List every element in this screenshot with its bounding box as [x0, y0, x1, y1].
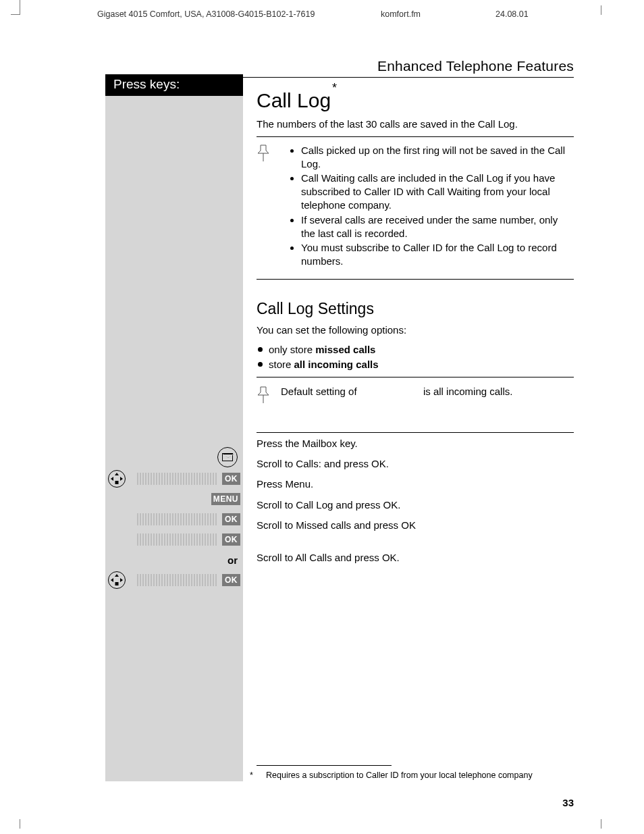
- tip-item: If several calls are received under the …: [301, 213, 574, 240]
- mailbox-key-icon: [217, 447, 238, 467]
- option-item: store all incoming calls: [257, 357, 574, 373]
- tip-item: Calls picked up on the first ring will n…: [301, 144, 574, 171]
- tip-box: Calls picked up on the first ring will n…: [257, 141, 574, 275]
- heading-call-log: Call Log*: [257, 89, 574, 112]
- step-text: Press the Mailbox key.: [257, 437, 574, 450]
- doc-center: komfort.fm: [381, 9, 495, 19]
- option-item: only store missed calls: [257, 342, 574, 358]
- sidebar-title: Press keys:: [105, 74, 243, 96]
- section-title: Enhanced Telephone Features: [377, 58, 574, 74]
- footnote: * Requires a subscription to Caller ID f…: [250, 770, 574, 781]
- page-number: 33: [562, 797, 574, 808]
- key-row: OK: [105, 510, 240, 529]
- tip-box: Default setting of is all incoming calls…: [257, 382, 574, 428]
- nav-key-icon: [108, 470, 126, 488]
- h1-asterisk: *: [332, 81, 337, 95]
- ok-softkey: OK: [222, 473, 240, 485]
- crop-mark: [11, 5, 20, 15]
- ok-softkey: OK: [222, 513, 240, 525]
- footnote-marker: *: [250, 770, 257, 781]
- step-text: Scroll to Calls: and press OK.: [257, 457, 574, 471]
- ok-softkey: OK: [222, 574, 240, 586]
- crop-mark: [601, 5, 610, 15]
- menu-softkey: MENU: [211, 493, 240, 505]
- key-row: OK: [105, 530, 240, 549]
- nav-key-icon: [108, 571, 126, 589]
- ok-softkey: OK: [222, 533, 240, 546]
- step-text: Press Menu.: [257, 477, 574, 491]
- tip-item: You must subscribe to Caller ID for the …: [301, 241, 574, 268]
- default-setting-text: Default setting of is all incoming calls…: [281, 384, 574, 397]
- key-row: OK: [105, 571, 240, 590]
- options-list: only store missed calls store all incomi…: [257, 342, 574, 373]
- step-text: Scroll to Call Log and press OK.: [257, 498, 574, 512]
- header-meta: Gigaset 4015 Comfort, USA, A31008-G4015-…: [97, 9, 576, 19]
- lcd-placeholder: [136, 574, 218, 586]
- lcd-placeholder: [136, 513, 218, 525]
- key-row: MENU: [105, 490, 240, 509]
- h1-text: Call Log: [257, 89, 331, 111]
- main-content: Call Log* The numbers of the last 30 cal…: [243, 74, 574, 781]
- steps: Press the Mailbox key. Scroll to Calls: …: [257, 437, 574, 565]
- pushpin-icon: [257, 386, 271, 408]
- pushpin-icon: [257, 144, 271, 269]
- divider: [257, 377, 574, 377]
- tip-item: Call Waiting calls are included in the C…: [301, 172, 574, 211]
- key-row: OK: [105, 469, 240, 488]
- divider: [257, 279, 574, 280]
- sidebar: Press keys: OK MENU: [105, 74, 243, 781]
- lcd-placeholder: [136, 473, 218, 485]
- footnote-divider: [257, 765, 392, 766]
- or-label: or: [227, 554, 238, 566]
- tip-list: Calls picked up on the first ring will n…: [278, 142, 574, 269]
- doc-date: 24.08.01: [495, 9, 576, 19]
- lcd-placeholder: [136, 533, 218, 546]
- step-text: Scroll to All Calls and press OK.: [257, 551, 574, 565]
- step-text: Scroll to Missed calls and press OK: [257, 519, 574, 532]
- crop-mark: [601, 819, 610, 829]
- intro-text: The numbers of the last 30 calls are sav…: [257, 118, 574, 131]
- doc-id: Gigaset 4015 Comfort, USA, A31008-G4015-…: [97, 9, 381, 19]
- options-intro: You can set the following options:: [257, 323, 574, 337]
- crop-mark: [11, 819, 20, 829]
- heading-settings: Call Log Settings: [257, 300, 574, 318]
- divider: [257, 136, 574, 137]
- key-row: or: [105, 550, 240, 569]
- footnote-text: Requires a subscription to Caller ID fro…: [266, 770, 533, 781]
- divider: [257, 432, 574, 433]
